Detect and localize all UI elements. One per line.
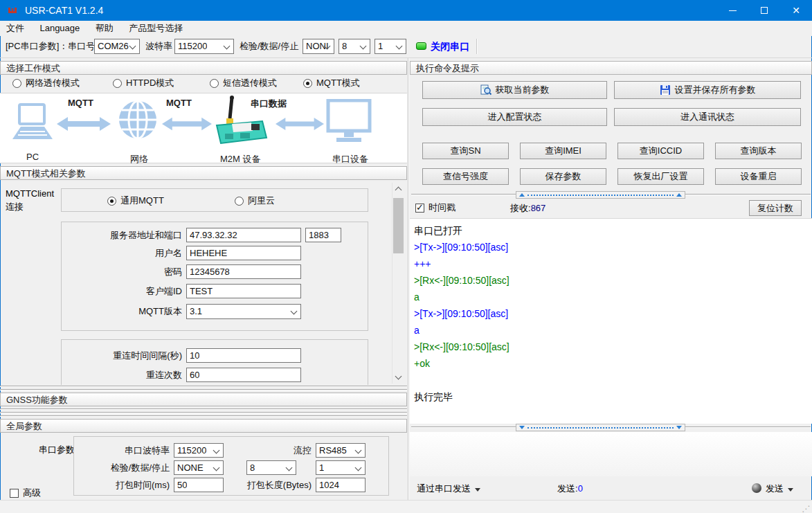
- serial-parity-select[interactable]: NONE: [174, 460, 224, 475]
- send-via-serial-dropdown[interactable]: 通过串口发送: [417, 483, 480, 495]
- factory-reset-button[interactable]: 恢复出厂设置: [617, 168, 704, 185]
- menu-language[interactable]: Language: [33, 21, 86, 36]
- chevron-down-icon: [355, 465, 362, 471]
- minimize-button[interactable]: [716, 0, 748, 21]
- query-signal-button[interactable]: 查信号强度: [422, 168, 509, 185]
- toolbar-separator: [476, 39, 478, 54]
- close-serial-button[interactable]: 关闭串口: [431, 39, 469, 54]
- mqtt-type-panel: 通用MQTT 阿里云: [61, 188, 368, 212]
- get-params-button[interactable]: 获取当前参数: [422, 81, 607, 99]
- query-imei-button[interactable]: 查询IMEI: [520, 143, 606, 159]
- enter-comm-state-button[interactable]: 进入通讯状态: [614, 108, 801, 126]
- serial-status-led-icon: [416, 42, 426, 50]
- flow-control-label: 流控: [242, 443, 312, 458]
- log-line: 串口已打开: [414, 222, 808, 239]
- log-line: a: [414, 322, 808, 339]
- databits-select[interactable]: 8: [339, 39, 370, 54]
- radio-generic-mqtt[interactable]: 通用MQTT: [107, 195, 164, 206]
- minimize-icon: [729, 10, 737, 11]
- radio-mqtt-mode[interactable]: MQTT模式: [303, 78, 360, 89]
- advanced-checkbox[interactable]: 高级: [10, 487, 41, 498]
- splitter-handle[interactable]: [516, 424, 685, 431]
- flow-control-select[interactable]: RS485: [316, 443, 366, 458]
- log-output[interactable]: 串口已打开 >[Tx->][09:10:50][asc] +++ >[Rx<-]…: [410, 218, 812, 424]
- log-line: a: [414, 289, 808, 305]
- username-input[interactable]: HEHEHE: [186, 246, 301, 260]
- maximize-button[interactable]: [748, 0, 780, 21]
- mqtt-scroll-area: MQTTClient 连接 通用MQTT 阿里云 服务器地址和端口 47.93.…: [0, 181, 407, 385]
- mqtt-client-label: MQTTClient: [6, 188, 54, 199]
- password-input[interactable]: 12345678: [186, 264, 301, 279]
- mqtt-connect-label: 连接: [6, 201, 24, 213]
- log-line: >[Rx<-][09:10:50][asc]: [414, 339, 808, 355]
- send-input-area[interactable]: [410, 432, 812, 476]
- menu-help[interactable]: 帮助: [89, 21, 120, 36]
- device-restart-button[interactable]: 设备重启: [715, 168, 802, 185]
- link3-label: 串口数据: [251, 98, 287, 110]
- node-m2m-label: M2M 设备: [220, 153, 261, 165]
- log-line: >[Tx->][09:10:50][asc]: [414, 305, 808, 322]
- server-port-input[interactable]: 1883: [305, 228, 341, 242]
- baud-select[interactable]: 115200: [174, 39, 234, 54]
- mqtt-version-select[interactable]: 3.1: [186, 304, 301, 319]
- splitter-handle[interactable]: [516, 191, 685, 199]
- close-button[interactable]: ✕: [780, 0, 812, 21]
- baud-label: 波特率: [145, 39, 172, 54]
- serial-baud-select[interactable]: 115200: [174, 443, 224, 458]
- panel-divider: [408, 58, 409, 500]
- scrollbar-thumb[interactable]: [393, 198, 404, 253]
- send-button[interactable]: 发送: [766, 483, 793, 495]
- radio-httpd-mode[interactable]: HTTPD模式: [113, 78, 174, 89]
- query-sn-button[interactable]: 查询SN: [422, 143, 509, 159]
- titlebar: USR-CAT1 V1.2.4 ✕: [0, 0, 812, 21]
- checkbox-icon: [10, 489, 19, 498]
- query-version-button[interactable]: 查询版本: [715, 143, 802, 159]
- menu-file[interactable]: 文件: [0, 21, 30, 36]
- scroll-up-button[interactable]: [393, 183, 404, 195]
- commands-section-header: 执行命令及提示: [410, 61, 812, 75]
- timestamp-checkbox[interactable]: 时间戳: [415, 202, 455, 213]
- reconnect-times-input[interactable]: 60: [186, 368, 301, 382]
- global-section-header[interactable]: 全局参数: [0, 419, 407, 433]
- server-label: 服务器地址和端口: [62, 228, 182, 242]
- reset-count-button[interactable]: 复位计数: [749, 200, 802, 216]
- client-id-input[interactable]: TEST: [186, 284, 301, 298]
- radio-sms-transparent-mode[interactable]: 短信透传模式: [210, 78, 277, 89]
- query-iccid-button[interactable]: 查询ICCID: [617, 143, 704, 159]
- gnss-section-header[interactable]: GNSS功能参数: [0, 393, 407, 406]
- reconnect-interval-label: 重连时间间隔(秒): [62, 348, 182, 363]
- dropdown-arrow-icon: [475, 488, 480, 492]
- serial-databits-select[interactable]: 8: [246, 460, 296, 475]
- parity-select[interactable]: NONI: [303, 39, 334, 54]
- serial-stopbits-select[interactable]: 1: [316, 460, 366, 475]
- triangle-up-icon: [519, 193, 525, 197]
- sent-count-value: 0: [578, 483, 583, 494]
- resize-grip[interactable]: [803, 504, 810, 511]
- statusbar: [0, 500, 812, 513]
- chevron-down-icon: [395, 373, 402, 380]
- divider: [0, 389, 407, 390]
- menu-product-select[interactable]: 产品型号选择: [123, 21, 189, 36]
- sent-count-label: 发送:0: [557, 483, 583, 495]
- stopbits-select[interactable]: 1: [375, 39, 406, 54]
- parity-data-stop-label: 检验/数据/停止: [240, 39, 298, 54]
- mqtt-scrollbar[interactable]: [392, 183, 404, 384]
- log-line: 执行完毕: [414, 388, 808, 405]
- serial-pds-label: 检验/数据/停止: [74, 460, 170, 475]
- radio-net-transparent-mode[interactable]: 网络透传模式: [12, 78, 80, 89]
- triangle-down-icon: [676, 426, 682, 429]
- pc-serial-label: [PC串口参数]：串口号: [6, 39, 95, 54]
- arrow-icon: [276, 116, 324, 132]
- reconnect-interval-input[interactable]: 10: [186, 348, 301, 363]
- log-line: >[Tx->][09:10:50][asc]: [414, 239, 808, 255]
- splitter-dots: [527, 427, 674, 429]
- log-line: [414, 372, 808, 388]
- save-all-params-button[interactable]: 设置并保存所有参数: [614, 81, 801, 99]
- radio-aliyun[interactable]: 阿里云: [235, 195, 275, 206]
- server-address-input[interactable]: 47.93.32.32: [186, 228, 301, 242]
- scroll-down-button[interactable]: [393, 372, 404, 384]
- pack-length-input[interactable]: 1024: [316, 478, 366, 492]
- enter-config-state-button[interactable]: 进入配置状态: [422, 108, 607, 126]
- com-port-select[interactable]: COM26: [94, 39, 140, 54]
- save-params-button[interactable]: 保存参数: [520, 168, 606, 185]
